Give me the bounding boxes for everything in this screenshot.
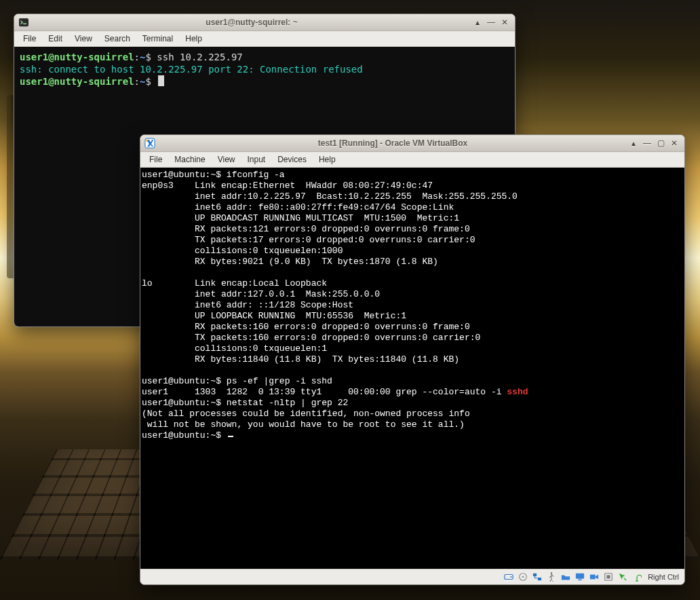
ps-row: user1 1303 1282 0 13:39 tty1 00:00:00 gr… — [142, 387, 507, 397]
svg-rect-7 — [533, 574, 537, 576]
vm-cmd-3: netstat -nltp | grep 22 — [227, 398, 348, 408]
menu-help[interactable]: Help — [179, 33, 208, 45]
svg-rect-14 — [607, 575, 610, 578]
svg-rect-10 — [576, 574, 584, 579]
svg-rect-11 — [579, 580, 582, 581]
if-enp0s3: enp0s3 Link encap:Ethernet HWaddr 08:00:… — [142, 181, 433, 191]
svg-rect-0 — [19, 18, 28, 26]
menu-edit[interactable]: Edit — [42, 33, 69, 45]
menu-terminal[interactable]: Terminal — [136, 33, 179, 45]
usb-icon[interactable] — [545, 571, 558, 582]
terminal-title: user1@nutty-squirrel: ~ — [33, 18, 470, 27]
vbox-title: test1 [Running] - Oracle VM VirtualBox — [159, 138, 626, 148]
vm-cmd-2: ps -ef |grep -i sshd — [227, 376, 332, 386]
cursor-block — [158, 75, 164, 86]
vm-cmd-1: ifconfig -a — [227, 170, 285, 180]
vm-cursor — [228, 436, 233, 437]
terminal-menubar: File Edit View Search Terminal Help — [14, 31, 515, 47]
mouse-integration-icon[interactable] — [617, 571, 629, 582]
prompt-userhost: user1@nutty-squirrel — [20, 52, 134, 62]
optical-drive-icon[interactable] — [517, 571, 529, 582]
keyboard-icon[interactable] — [631, 571, 643, 582]
display-icon[interactable] — [574, 571, 586, 582]
raise-button[interactable]: ▴ — [471, 17, 484, 28]
vm-prompt: user1@ubuntu:~$ — [142, 170, 221, 180]
terminal-titlebar[interactable]: user1@nutty-squirrel: ~ ▴ — ✕ — [14, 14, 515, 31]
svg-point-6 — [522, 576, 524, 578]
virtualbox-window: test1 [Running] - Oracle VM VirtualBox ▴… — [140, 134, 685, 585]
hard-disk-icon[interactable] — [503, 571, 515, 582]
close-button[interactable]: ✕ — [668, 138, 680, 149]
video-capture-icon[interactable] — [588, 571, 600, 582]
menu-devices[interactable]: Devices — [271, 153, 313, 166]
menu-search[interactable]: Search — [98, 33, 136, 45]
vbox-titlebar[interactable]: test1 [Running] - Oracle VM VirtualBox ▴… — [140, 135, 684, 152]
menu-file[interactable]: File — [143, 153, 168, 166]
menu-machine[interactable]: Machine — [168, 153, 211, 166]
indicator-icon[interactable] — [602, 571, 615, 582]
host-key-label: Right Ctrl — [645, 573, 682, 581]
menu-input[interactable]: Input — [241, 153, 272, 166]
menu-file[interactable]: File — [17, 33, 42, 45]
maximize-button[interactable]: ▢ — [655, 138, 667, 149]
terminal-icon — [18, 17, 29, 28]
netstat-note-2: will not be shown, you would have to be … — [142, 419, 465, 430]
if-lo: lo Link encap:Local Loopback — [142, 278, 327, 288]
menu-view[interactable]: View — [69, 33, 98, 45]
close-button[interactable]: ✕ — [499, 17, 511, 28]
menu-help[interactable]: Help — [313, 153, 342, 166]
virtualbox-icon — [144, 138, 155, 149]
vbox-statusbar: Right Ctrl — [140, 569, 684, 584]
netstat-note-1: (Not all processes could be identified, … — [142, 409, 470, 419]
grep-highlight: sshd — [507, 387, 528, 397]
minimize-button[interactable]: — — [485, 17, 497, 28]
menu-view[interactable]: View — [212, 153, 241, 166]
shared-folders-icon[interactable] — [560, 571, 572, 582]
vbox-menubar: File Machine View Input Devices Help — [140, 152, 684, 168]
network-icon[interactable] — [531, 571, 543, 582]
svg-rect-12 — [590, 575, 596, 580]
svg-point-4 — [511, 576, 512, 578]
term-cmd-1: ssh 10.2.225.97 — [157, 52, 242, 62]
svg-point-2 — [146, 139, 148, 141]
raise-button[interactable]: ▴ — [627, 138, 640, 149]
minimize-button[interactable]: — — [641, 138, 653, 149]
svg-point-9 — [551, 572, 552, 574]
vm-console[interactable]: user1@ubuntu:~$ ifconfig -a enp0s3 Link … — [140, 168, 684, 569]
term-output-1: ssh: connect to host 10.2.225.97 port 22… — [20, 64, 363, 75]
